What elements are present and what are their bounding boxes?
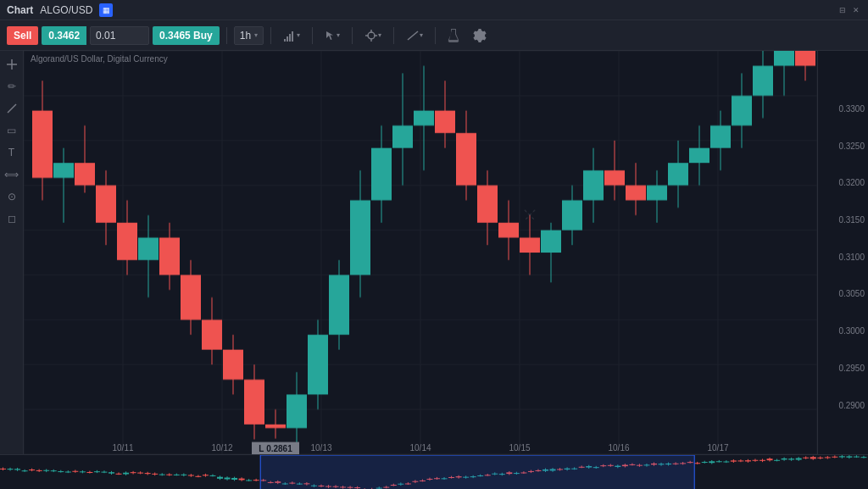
- close-button[interactable]: ✕: [851, 5, 861, 15]
- chevron-icon: ▾: [254, 31, 258, 39]
- svg-line-9: [408, 31, 418, 40]
- line-tool[interactable]: [2, 98, 22, 119]
- overview-canvas: [0, 455, 868, 489]
- candlestick-chart[interactable]: [24, 51, 817, 454]
- measure-tool[interactable]: ⟺: [2, 164, 22, 185]
- sell-price: 0.3462: [42, 26, 86, 45]
- toolbar: Sell 0.3462 0.3465 Buy 1h ▾ ▾ ▾ ▾ ▾: [0, 20, 868, 51]
- sell-button[interactable]: Sell: [7, 26, 38, 45]
- svg-rect-1: [287, 36, 288, 42]
- price-label: 0.3100: [838, 253, 865, 262]
- svg-rect-0: [284, 39, 286, 42]
- overview-chart[interactable]: [0, 454, 868, 489]
- timeframe-dropdown[interactable]: 1h ▾: [234, 26, 264, 45]
- price-label: 0.3150: [838, 215, 865, 225]
- chart-type-icon: ▦: [99, 3, 113, 17]
- price-axis: 0.33000.32500.32000.31500.31000.30500.30…: [817, 51, 868, 454]
- flask-button[interactable]: [442, 25, 465, 46]
- separator-2: [270, 27, 271, 44]
- minimize-button[interactable]: ⊟: [837, 5, 848, 15]
- cursor-chevron: ▾: [337, 31, 340, 39]
- pen-tool[interactable]: ✏: [2, 76, 22, 97]
- window-controls: ⊟ ✕: [837, 5, 861, 15]
- chart-wrapper: ✏ ▭ T ⟺ ⊙ ◻ Algorand/US Dollar, Digital …: [0, 51, 868, 489]
- price-label: 0.3250: [838, 142, 865, 151]
- crosshair-button[interactable]: ▾: [359, 25, 387, 46]
- buy-button[interactable]: 0.3465 Buy: [153, 26, 220, 45]
- chart-main-row: ✏ ▭ T ⟺ ⊙ ◻ Algorand/US Dollar, Digital …: [0, 51, 868, 454]
- eraser-tool[interactable]: ◻: [2, 208, 22, 229]
- crosshair-tool[interactable]: [2, 54, 22, 75]
- separator-6: [435, 27, 436, 44]
- cursor-button[interactable]: ▾: [320, 26, 345, 45]
- svg-point-4: [368, 32, 375, 39]
- indicators-chevron: ▾: [297, 31, 300, 39]
- chart-subtitle: Algorand/US Dollar, Digital Currency: [31, 54, 168, 64]
- separator-1: [226, 27, 227, 44]
- indicators-button[interactable]: ▾: [278, 25, 305, 46]
- rectangle-tool[interactable]: ▭: [2, 120, 22, 141]
- app-title: Chart: [7, 4, 33, 16]
- trendline-button[interactable]: ▾: [401, 25, 428, 46]
- magnet-tool[interactable]: ⊙: [2, 186, 22, 207]
- step-input[interactable]: [90, 26, 149, 45]
- separator-4: [352, 27, 353, 44]
- text-tool[interactable]: T: [2, 142, 22, 163]
- price-label: 0.3050: [838, 289, 865, 298]
- svg-rect-2: [289, 34, 291, 42]
- price-label: 0.2950: [838, 364, 865, 373]
- crosshair-chevron: ▾: [378, 31, 381, 39]
- separator-5: [393, 27, 394, 44]
- svg-rect-3: [292, 31, 293, 42]
- title-bar: Chart ALGO/USD ▦ ⊟ ✕: [0, 0, 868, 20]
- separator-3: [312, 27, 313, 44]
- trendline-chevron: ▾: [420, 31, 423, 39]
- settings-button[interactable]: [468, 25, 492, 46]
- price-label: 0.3000: [838, 326, 865, 336]
- svg-line-12: [8, 104, 16, 113]
- trading-pair: ALGO/USD: [40, 4, 92, 16]
- price-label: 0.3300: [838, 104, 865, 114]
- drawing-tools-panel: ✏ ▭ T ⟺ ⊙ ◻: [0, 51, 24, 454]
- price-label: 0.3200: [838, 178, 865, 187]
- main-chart[interactable]: Algorand/US Dollar, Digital Currency: [24, 51, 817, 454]
- price-label: 0.2900: [838, 401, 865, 410]
